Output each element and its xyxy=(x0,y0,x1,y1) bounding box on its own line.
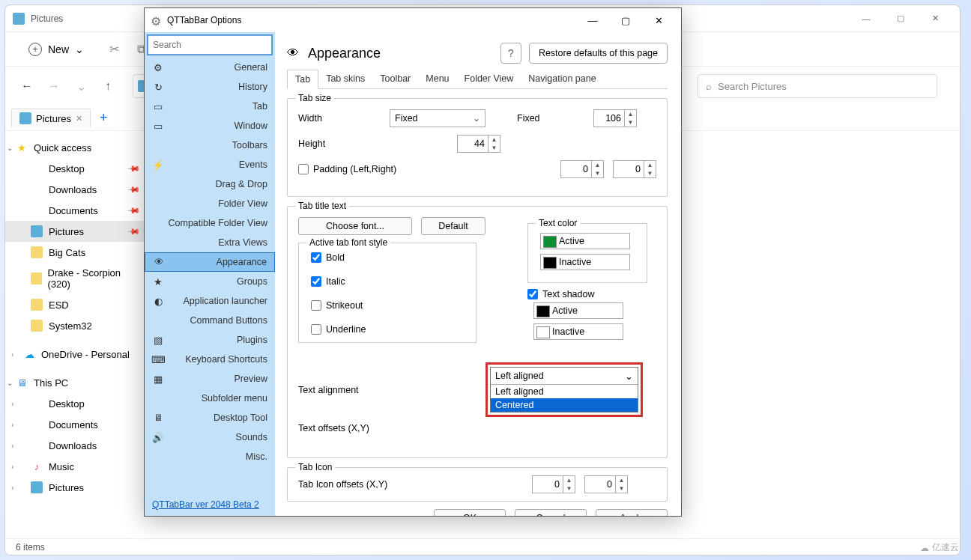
category-preview[interactable]: ▦Preview xyxy=(145,369,275,389)
strikeout-checkbox[interactable]: Strikeout xyxy=(311,300,464,311)
padding-checkbox[interactable]: Padding (Left,Right) xyxy=(298,164,396,174)
category-events[interactable]: ⚡Events xyxy=(145,155,275,174)
height-spinner[interactable]: ▲▼ xyxy=(457,135,500,153)
cut-icon[interactable]: ✂ xyxy=(107,43,121,56)
forward-button[interactable]: → xyxy=(46,78,62,94)
italic-checkbox[interactable]: Italic xyxy=(311,276,464,287)
text-shadow-checkbox[interactable]: Text shadow xyxy=(527,289,656,299)
ok-button[interactable]: OK xyxy=(434,509,506,516)
maximize-button[interactable]: ▢ xyxy=(609,10,642,31)
width-mode-combo[interactable]: Fixed xyxy=(390,109,486,127)
category-appearance[interactable]: 👁Appearance xyxy=(145,252,275,272)
sidebar-pc-downloads[interactable]: ›Downloads xyxy=(5,435,145,456)
category-drag-drop[interactable]: Drag & Drop xyxy=(145,174,275,194)
up-button[interactable]: ↑ xyxy=(100,78,116,94)
minimize-button[interactable]: — xyxy=(849,7,883,31)
minimize-button[interactable]: — xyxy=(576,10,609,31)
subtab-navigation-pane[interactable]: Navigation pane xyxy=(521,70,603,88)
sidebar-item-pictures[interactable]: Pictures📌 xyxy=(5,221,145,242)
maximize-button[interactable]: ▢ xyxy=(883,7,918,31)
align-option-left[interactable]: Left aligned xyxy=(491,385,638,398)
help-button[interactable]: ? xyxy=(500,43,521,64)
category-subfolder-menu[interactable]: Subfolder menu xyxy=(145,389,275,408)
recent-dropdown[interactable]: ⌄ xyxy=(73,78,89,94)
sidebar-quick-access[interactable]: ⌄ ★ Quick access xyxy=(5,137,145,158)
align-option-centered[interactable]: Centered xyxy=(491,398,638,412)
restore-defaults-button[interactable]: Restore defaults of this page xyxy=(529,43,668,64)
category-history[interactable]: ↻History xyxy=(145,77,275,97)
add-tab-button[interactable]: + xyxy=(95,109,112,127)
cancel-button[interactable]: Cancel xyxy=(515,509,587,516)
icon-offset-y-spinner[interactable]: ▲▼ xyxy=(584,475,628,493)
close-tab-icon[interactable]: ✕ xyxy=(76,114,82,124)
search-input[interactable]: ⌕ Search Pictures xyxy=(698,74,937,98)
sidebar-pc-music[interactable]: ›♪Music xyxy=(5,456,145,477)
text-alignment-label: Text alignment xyxy=(298,385,477,395)
options-dialog: ⚙ QTTabBar Options — ▢ ✕ ⚙General↻Histor… xyxy=(144,7,682,517)
sidebar-item-downloads[interactable]: Downloads📌 xyxy=(5,179,145,200)
sidebar-item-system32[interactable]: System32 xyxy=(5,315,145,336)
bold-checkbox[interactable]: Bold xyxy=(311,252,464,263)
category-icon xyxy=(152,178,164,190)
shadow-active-color[interactable]: Active xyxy=(533,302,623,319)
apply-button[interactable]: Apply xyxy=(596,509,668,516)
options-titlebar[interactable]: ⚙ QTTabBar Options — ▢ ✕ xyxy=(145,8,681,32)
subtab-menu[interactable]: Menu xyxy=(418,70,456,88)
sidebar-pc-pictures[interactable]: ›Pictures xyxy=(5,477,145,498)
category-tab[interactable]: ▭Tab xyxy=(145,97,275,116)
inactive-color[interactable]: Inactive xyxy=(540,254,630,270)
category-general[interactable]: ⚙General xyxy=(145,58,275,77)
category-folder-view[interactable]: Folder View xyxy=(145,194,275,213)
sidebar-item-desktop[interactable]: Desktop📌 xyxy=(5,158,145,179)
category-keyboard-shortcuts[interactable]: ⌨Keyboard Shortcuts xyxy=(145,350,275,369)
category-icon: ↻ xyxy=(152,81,164,93)
text-alignment-dropdown[interactable]: Left aligned⌄ Left aligned Centered xyxy=(490,367,638,413)
shadow-inactive-color[interactable]: Inactive xyxy=(533,323,623,340)
subtab-folder-view[interactable]: Folder View xyxy=(457,70,521,88)
fixed-label: Fixed xyxy=(517,113,584,124)
folder-icon xyxy=(31,246,43,258)
sidebar-item-drake-scorpion-320-[interactable]: Drake - Scorpion (320) xyxy=(5,263,145,294)
category-application-launcher[interactable]: ◐Application launcher xyxy=(145,291,275,311)
active-color[interactable]: Active xyxy=(540,233,630,249)
category-command-buttons[interactable]: Command Buttons xyxy=(145,311,275,330)
category-window[interactable]: ▭Window xyxy=(145,116,275,136)
sidebar-pc-desktop[interactable]: ›Desktop xyxy=(5,393,145,414)
tab-pictures[interactable]: Pictures ✕ xyxy=(11,109,91,127)
sidebar-pc-documents[interactable]: ›Documents xyxy=(5,414,145,435)
new-button[interactable]: + New ⌄ xyxy=(19,37,94,61)
close-button[interactable]: ✕ xyxy=(918,7,952,31)
sidebar-onedrive[interactable]: › ☁ OneDrive - Personal xyxy=(5,344,145,365)
category-compatible-folder-view[interactable]: Compatible Folder View xyxy=(145,213,275,233)
category-groups[interactable]: ★Groups xyxy=(145,272,275,291)
options-search-input[interactable] xyxy=(148,35,272,55)
chevron-down-icon: ⌄ xyxy=(7,379,13,387)
chevron-right-icon: › xyxy=(11,400,13,408)
folder-icon xyxy=(31,299,43,311)
fixed-width-spinner[interactable]: ▲▼ xyxy=(593,109,637,127)
category-desktop-tool[interactable]: 🖥Desktop Tool xyxy=(145,408,275,427)
sidebar-item-documents[interactable]: Documents📌 xyxy=(5,200,145,221)
back-button[interactable]: ← xyxy=(19,78,35,94)
sidebar-item-esd[interactable]: ESD xyxy=(5,294,145,315)
category-misc-[interactable]: Misc. xyxy=(145,447,275,466)
category-sounds[interactable]: 🔊Sounds xyxy=(145,427,275,447)
version-link[interactable]: QTTabBar ver 2048 Beta 2 xyxy=(145,493,275,516)
padding-left-spinner[interactable]: ▲▼ xyxy=(560,160,604,178)
sidebar-item-big-cats[interactable]: Big Cats xyxy=(5,242,145,263)
category-toolbars[interactable]: Toolbars xyxy=(145,136,275,155)
underline-checkbox[interactable]: Underline xyxy=(311,324,464,335)
icon-offset-x-spinner[interactable]: ▲▼ xyxy=(532,475,575,493)
category-plugins[interactable]: ▧Plugins xyxy=(145,330,275,350)
subtab-toolbar[interactable]: Toolbar xyxy=(372,70,418,88)
sidebar-this-pc[interactable]: ⌄ 🖥 This PC xyxy=(5,372,145,393)
padding-right-spinner[interactable]: ▲▼ xyxy=(613,160,656,178)
category-icon: ▭ xyxy=(152,100,164,112)
subtab-tab[interactable]: Tab xyxy=(287,70,318,89)
music-icon: ♪ xyxy=(31,460,43,472)
category-extra-views[interactable]: Extra Views xyxy=(145,233,275,252)
default-font-button[interactable]: Default xyxy=(421,217,486,235)
subtab-tab-skins[interactable]: Tab skins xyxy=(318,70,372,88)
choose-font-button[interactable]: Choose font... xyxy=(298,217,412,235)
close-button[interactable]: ✕ xyxy=(642,10,675,31)
